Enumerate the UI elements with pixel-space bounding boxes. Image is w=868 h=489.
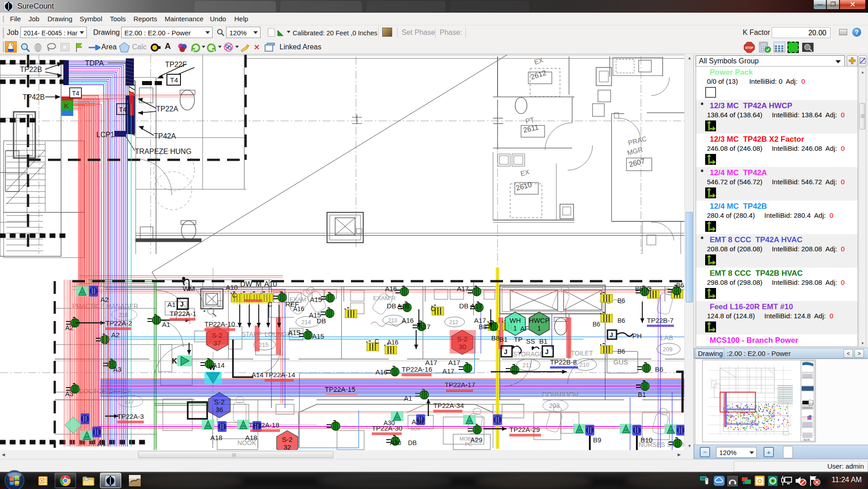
svg-text:E2.00: E2.00 xyxy=(804,438,810,441)
svg-text:A15: A15 xyxy=(310,296,322,303)
svg-text:K: K xyxy=(172,357,177,365)
svg-text:B10: B10 xyxy=(640,436,653,444)
svg-text:A16: A16 xyxy=(402,316,414,324)
svg-text:TP22F: TP22F xyxy=(165,61,187,68)
svg-text:TP42B: TP42B xyxy=(23,93,45,101)
svg-text:A17: A17 xyxy=(448,359,460,366)
svg-text:A29: A29 xyxy=(470,436,483,444)
svg-text:B6: B6 xyxy=(617,297,625,304)
svg-text:TP22A-34: TP22A-34 xyxy=(433,402,464,409)
svg-text:M: M xyxy=(256,280,261,288)
svg-text:A15: A15 xyxy=(312,332,324,340)
svg-text:36: 36 xyxy=(216,406,223,413)
svg-text:B1: B1 xyxy=(638,391,646,398)
svg-text:A17: A17 xyxy=(470,302,483,310)
svg-text:C: C xyxy=(647,285,651,292)
svg-text:GUS: GUS xyxy=(613,358,628,366)
svg-text:A15: A15 xyxy=(288,329,300,336)
svg-text:LCP1: LCP1 xyxy=(96,131,114,139)
svg-text:B8: B8 xyxy=(479,323,487,331)
svg-text:STORAGE: STORAGE xyxy=(513,350,544,358)
svg-text:203: 203 xyxy=(549,402,560,409)
svg-text:A2: A2 xyxy=(65,324,73,331)
svg-text:214: 214 xyxy=(301,319,311,326)
svg-text:STOP: STOP xyxy=(745,46,754,49)
svg-text:J: J xyxy=(504,348,508,355)
svg-text:A17: A17 xyxy=(442,367,455,375)
svg-text:PH: PH xyxy=(632,332,642,340)
svg-text:B8: B8 xyxy=(491,334,499,342)
svg-text:K: K xyxy=(64,102,69,110)
svg-text:A16: A16 xyxy=(385,285,397,292)
svg-text:TP22B-8: TP22B-8 xyxy=(550,358,577,366)
svg-text:TP: TP xyxy=(514,336,522,343)
svg-text:A14: A14 xyxy=(251,371,264,379)
svg-text:A30: A30 xyxy=(384,419,395,427)
svg-text:TP22A-16: TP22A-16 xyxy=(402,365,432,373)
svg-text:A17: A17 xyxy=(457,285,469,292)
svg-text:A14: A14 xyxy=(213,361,225,369)
svg-text:B1: B1 xyxy=(499,336,508,343)
svg-text:TP22A-18: TP22A-18 xyxy=(249,421,280,429)
svg-text:EXAM R: EXAM R xyxy=(373,295,396,302)
svg-text:T4: T4 xyxy=(119,106,127,113)
svg-text:TP42A: TP42A xyxy=(154,132,176,140)
svg-text:DB: DB xyxy=(408,439,417,446)
svg-text:A2: A2 xyxy=(111,331,119,339)
svg-text:S-2: S-2 xyxy=(282,436,292,443)
svg-text:DB: DB xyxy=(387,302,396,310)
svg-text:BOX: BOX xyxy=(411,427,420,431)
svg-text:TDPA: TDPA xyxy=(85,59,104,67)
svg-text:32: 32 xyxy=(284,443,291,450)
svg-text:215: 215 xyxy=(259,341,269,348)
svg-text:A30: A30 xyxy=(390,439,401,446)
svg-text:A4: A4 xyxy=(97,440,105,447)
svg-text:A16: A16 xyxy=(375,368,388,376)
svg-text:B9: B9 xyxy=(593,436,601,444)
svg-text:AF: AF xyxy=(520,325,529,332)
svg-text:J: J xyxy=(545,348,549,355)
svg-text:210: 210 xyxy=(579,361,589,368)
svg-text:A17: A17 xyxy=(418,323,431,331)
svg-text:B6: B6 xyxy=(635,285,643,292)
svg-text:A18: A18 xyxy=(210,434,223,441)
svg-text:C: C xyxy=(375,338,379,345)
svg-text:TP22A-15: TP22A-15 xyxy=(325,385,356,393)
svg-text:TP22A-10: TP22A-10 xyxy=(204,320,235,328)
svg-text:TP22A: TP22A xyxy=(156,105,178,113)
svg-text:A16: A16 xyxy=(293,305,304,312)
svg-text:C: C xyxy=(431,305,435,312)
svg-text:A1: A1 xyxy=(162,321,170,328)
svg-text:DW: DW xyxy=(240,280,253,288)
svg-text:A3: A3 xyxy=(113,365,121,373)
svg-text:TP22A-1: TP22A-1 xyxy=(170,310,196,317)
svg-text:SS: SS xyxy=(526,337,535,345)
svg-text:A10: A10 xyxy=(226,283,238,291)
svg-text:DB: DB xyxy=(317,317,326,325)
svg-text:TP22A-29: TP22A-29 xyxy=(509,426,540,433)
svg-text:TOILET: TOILET xyxy=(571,350,593,357)
svg-text:B6: B6 xyxy=(676,282,684,289)
svg-text:A34: A34 xyxy=(412,418,424,426)
svg-text:O: O xyxy=(757,478,762,484)
svg-text:213: 213 xyxy=(388,317,397,324)
svg-text:HWCP: HWCP xyxy=(529,316,550,324)
svg-text:TP22B: TP22B xyxy=(20,66,42,73)
svg-text:S-2: S-2 xyxy=(214,398,224,406)
svg-text:CORRIDOR: CORRIDOR xyxy=(542,390,579,398)
svg-text:T4: T4 xyxy=(72,90,80,97)
svg-text:A16: A16 xyxy=(397,302,409,310)
svg-text:TP22A-17: TP22A-17 xyxy=(445,381,475,388)
svg-text:J: J xyxy=(180,301,184,308)
svg-text:B1: B1 xyxy=(539,337,547,345)
svg-text:B6: B6 xyxy=(617,317,625,324)
svg-text:209: 209 xyxy=(663,346,673,353)
svg-text:WM: WM xyxy=(183,285,195,292)
svg-text:WH: WH xyxy=(510,316,521,324)
svg-text:A1: A1 xyxy=(404,394,412,402)
svg-text:B6: B6 xyxy=(593,321,600,328)
svg-text:DB: DB xyxy=(459,302,469,310)
svg-text:TP22A-2: TP22A-2 xyxy=(105,319,132,327)
svg-text:A18: A18 xyxy=(245,434,257,441)
svg-text:212: 212 xyxy=(449,319,458,326)
